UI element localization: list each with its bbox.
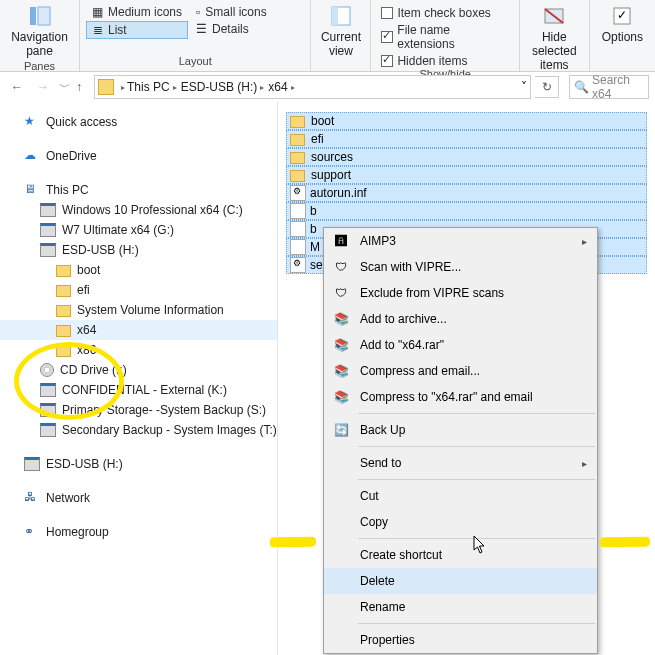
archive-icon: 📚 [332, 336, 350, 354]
ctx-delete[interactable]: Delete [324, 568, 597, 594]
search-placeholder: Search x64 [592, 73, 644, 101]
shield-icon: 🛡 [332, 284, 350, 302]
nav-drive-k[interactable]: CONFIDENTIAL - External (K:) [0, 380, 277, 400]
ribbon: Navigation pane Panes ▦Medium icons ≣Lis… [0, 0, 655, 72]
ctx-copy[interactable]: Copy [324, 509, 597, 535]
nav-folder-svi[interactable]: System Volume Information [0, 300, 277, 320]
ctx-cut[interactable]: Cut [324, 483, 597, 509]
ctx-create-shortcut[interactable]: Create shortcut [324, 542, 597, 568]
file-folder-support[interactable]: support [286, 166, 647, 184]
ctx-aimp3[interactable]: 🅰AIMP3▸ [324, 228, 597, 254]
layout-group-label: Layout [86, 55, 304, 69]
ctx-separator [358, 538, 595, 539]
archive-icon: 📚 [332, 388, 350, 406]
view-small-icons[interactable]: ▫Small icons [190, 4, 273, 20]
svg-rect-0 [30, 7, 36, 25]
aimp3-icon: 🅰 [332, 232, 350, 250]
search-icon: 🔍 [574, 80, 589, 94]
ctx-properties[interactable]: Properties [324, 627, 597, 653]
ctx-rename[interactable]: Rename [324, 594, 597, 620]
nav-drive-h[interactable]: ESD-USB (H:) [0, 240, 277, 260]
nav-folder-boot[interactable]: boot [0, 260, 277, 280]
view-list[interactable]: ≣List [86, 21, 188, 39]
nav-pane-label: Navigation pane [11, 30, 68, 58]
search-box[interactable]: 🔍 Search x64 [569, 75, 649, 99]
chk-hidden-items[interactable]: Hidden items [377, 54, 512, 68]
addr-seg-esd[interactable]: ESD-USB (H:)▸ [179, 80, 267, 94]
ctx-sendto[interactable]: Send to▸ [324, 450, 597, 476]
nav-onedrive[interactable]: ☁OneDrive [0, 146, 277, 166]
shield-icon: 🛡 [332, 258, 350, 276]
nav-folder-x86[interactable]: x86 [0, 340, 277, 360]
nav-drive-g[interactable]: W7 Ultimate x64 (G:) [0, 220, 277, 240]
back-button[interactable]: ← [6, 76, 28, 98]
panes-group-label: Panes [6, 60, 73, 74]
ctx-backup[interactable]: 🔄Back Up [324, 417, 597, 443]
refresh-button[interactable]: ↻ [535, 76, 559, 98]
file-partial-1[interactable]: b [286, 202, 647, 220]
nav-homegroup[interactable]: ⚭Homegroup [0, 522, 277, 542]
nav-folder-x64[interactable]: x64 [0, 320, 277, 340]
archive-icon: 📚 [332, 310, 350, 328]
forward-button[interactable]: → [32, 76, 54, 98]
nav-folder-efi[interactable]: efi [0, 280, 277, 300]
svg-rect-3 [332, 7, 338, 25]
address-bar[interactable]: ▸This PC▸ ESD-USB (H:)▸ x64▸ ˅ [94, 75, 531, 99]
nav-pane-button[interactable]: Navigation pane [6, 2, 73, 60]
view-medium-icons[interactable]: ▦Medium icons [86, 4, 188, 20]
file-autorun-inf[interactable]: autorun.inf [286, 184, 647, 202]
ctx-compress-x64-email[interactable]: 📚Compress to "x64.rar" and email [324, 384, 597, 410]
ctx-separator [358, 623, 595, 624]
hide-selected-label: Hide selected items [532, 30, 577, 72]
svg-rect-1 [38, 7, 50, 25]
nav-quick-access[interactable]: ★Quick access [0, 112, 277, 132]
address-row: ← → ﹀ ↑ ▸This PC▸ ESD-USB (H:)▸ x64▸ ˅ ↻… [0, 72, 655, 102]
ctx-separator [358, 413, 595, 414]
ctx-separator [358, 479, 595, 480]
ctx-exclude-vipre[interactable]: 🛡Exclude from VIPRE scans [324, 280, 597, 306]
addr-seg-thispc[interactable]: ▸This PC▸ [118, 80, 179, 94]
file-folder-sources[interactable]: sources [286, 148, 647, 166]
navigation-pane: ★Quick access ☁OneDrive 🖥This PC Windows… [0, 102, 278, 655]
addr-seg-x64[interactable]: x64▸ [266, 80, 296, 94]
current-view-button[interactable]: Current view [317, 2, 364, 60]
options-label: Options [602, 30, 643, 44]
options-button[interactable]: ✓ Options [596, 2, 649, 46]
hide-selected-button[interactable]: Hide selected items [526, 2, 583, 74]
archive-icon: 📚 [332, 362, 350, 380]
nav-cd-drive[interactable]: CD Drive (I:) [0, 360, 277, 380]
svg-text:✓: ✓ [617, 8, 627, 22]
context-menu: 🅰AIMP3▸ 🛡Scan with VIPRE... 🛡Exclude fro… [323, 227, 598, 654]
up-button[interactable]: ↑ [76, 80, 90, 94]
nav-thispc[interactable]: 🖥This PC [0, 180, 277, 200]
nav-drive-t[interactable]: Secondary Backup - System Images (T:) [0, 420, 277, 440]
ctx-scan-vipre[interactable]: 🛡Scan with VIPRE... [324, 254, 597, 280]
nav-drive-c[interactable]: Windows 10 Professional x64 (C:) [0, 200, 277, 220]
addr-dropdown[interactable]: ˅ [521, 80, 527, 94]
folder-icon [98, 79, 114, 95]
nav-network[interactable]: 🖧Network [0, 488, 277, 508]
ctx-add-archive[interactable]: 📚Add to archive... [324, 306, 597, 332]
nav-esd-usb-2[interactable]: ESD-USB (H:) [0, 454, 277, 474]
file-folder-efi[interactable]: efi [286, 130, 647, 148]
ctx-add-x64rar[interactable]: 📚Add to "x64.rar" [324, 332, 597, 358]
ctx-separator [358, 446, 595, 447]
chk-file-extensions[interactable]: File name extensions [377, 23, 512, 51]
file-folder-boot[interactable]: boot [286, 112, 647, 130]
current-view-label: Current view [321, 30, 361, 58]
chk-item-checkboxes[interactable]: Item check boxes [377, 6, 512, 20]
history-dropdown[interactable]: ﹀ [58, 79, 72, 96]
view-details[interactable]: ☰Details [190, 21, 273, 37]
nav-drive-s[interactable]: Primary Storage- -System Backup (S:) [0, 400, 277, 420]
backup-icon: 🔄 [332, 421, 350, 439]
ctx-compress-email[interactable]: 📚Compress and email... [324, 358, 597, 384]
